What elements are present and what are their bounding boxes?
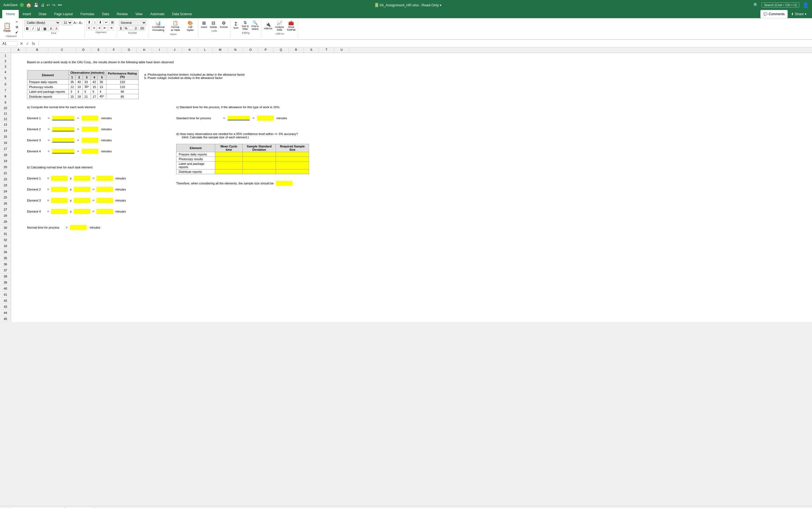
b-element-4-val1[interactable]: [51, 209, 68, 214]
b-element-2-val2[interactable]: [74, 187, 90, 192]
sort-filter-button[interactable]: ⇅ Sort &Filter: [241, 20, 249, 31]
search-label[interactable]: Search (Cmd + Ctrl + U): [762, 2, 799, 7]
d-row-3-req[interactable]: [276, 162, 309, 170]
tab-review[interactable]: Review: [113, 10, 131, 18]
col-header-n[interactable]: N: [228, 47, 243, 53]
element-1-input-a[interactable]: [52, 116, 74, 120]
align-middle-icon[interactable]: ↕: [92, 20, 97, 25]
merge-icon[interactable]: ⊞: [110, 20, 115, 25]
tab-automate[interactable]: Automate: [147, 10, 168, 18]
element-3-result-a[interactable]: [82, 138, 98, 143]
element-1-result-a[interactable]: [82, 116, 98, 121]
b-element-1-val1[interactable]: [51, 176, 68, 181]
align-left-icon[interactable]: ≡: [86, 26, 91, 30]
share-button[interactable]: ⬆ Share ▾: [788, 10, 810, 18]
col-header-b[interactable]: B: [26, 47, 48, 53]
comments-button[interactable]: 💬 Comments: [760, 10, 788, 18]
b-element-3-val1[interactable]: [51, 198, 68, 203]
element-2-result-a[interactable]: [82, 127, 98, 132]
accept-formula-icon[interactable]: ✓: [25, 41, 30, 46]
b-element-2-val1[interactable]: [51, 187, 68, 192]
normal-time-value[interactable]: [70, 225, 87, 230]
cell-styles-button[interactable]: 🎨 CellStyles: [184, 20, 196, 32]
search-icon[interactable]: 🔍: [754, 3, 758, 7]
col-header-o[interactable]: O: [243, 47, 258, 53]
std-time-input[interactable]: [228, 116, 250, 120]
col-header-k[interactable]: K: [182, 47, 198, 53]
italic-button[interactable]: I: [31, 26, 35, 31]
print-icon[interactable]: 🖨: [41, 3, 44, 7]
font-family-selector[interactable]: Calibri (Body): [24, 20, 60, 26]
col-header-e[interactable]: E: [91, 47, 106, 53]
align-bottom-icon[interactable]: ⬇: [97, 20, 103, 25]
tab-data-science[interactable]: Data Science: [168, 10, 196, 18]
col-header-u[interactable]: U: [334, 47, 350, 53]
paste-button[interactable]: 📋 Paste: [2, 21, 12, 33]
b-element-1-val2[interactable]: [74, 176, 90, 181]
col-header-c[interactable]: C: [48, 47, 76, 53]
col-header-t[interactable]: T: [319, 47, 334, 53]
home-icon[interactable]: 🏠: [26, 2, 32, 8]
b-element-2-result[interactable]: [96, 187, 113, 192]
wrap-text-icon[interactable]: ↵: [104, 20, 109, 25]
bold-button[interactable]: B: [24, 26, 30, 31]
format-as-table-button[interactable]: 📋 Formatas Table: [168, 20, 183, 32]
cancel-formula-icon[interactable]: ✕: [19, 41, 24, 46]
tab-data[interactable]: Data: [98, 10, 113, 18]
tab-home[interactable]: Home: [2, 10, 19, 18]
sheet-tab-time-studies[interactable]: Time studies and Work Labor St.: [9, 507, 65, 508]
tab-insert[interactable]: Insert: [19, 10, 35, 18]
align-right-icon[interactable]: ≡: [97, 26, 102, 30]
col-header-j[interactable]: J: [167, 47, 182, 53]
sheet-tab-work-sampling[interactable]: Work sampling: [66, 507, 94, 508]
d-row-2-std[interactable]: [243, 157, 276, 162]
cell-reference-input[interactable]: [1, 41, 18, 46]
conditional-formatting-button[interactable]: 📊 ConditionalFormatting: [150, 20, 167, 32]
insert-button[interactable]: ⊞ Insert: [200, 20, 208, 29]
align-center-icon[interactable]: ≡: [92, 26, 96, 30]
col-header-p[interactable]: P: [258, 47, 274, 53]
save-icon[interactable]: 💾: [34, 3, 38, 7]
sheet-scroll[interactable]: 1 2 3 4 5 6 7 8 9 10 11 12 13 14 15 16 1…: [0, 53, 812, 506]
dropdown-icon[interactable]: ▾: [440, 3, 441, 7]
element-3-input-a[interactable]: [52, 138, 74, 142]
more-icon[interactable]: •••: [58, 3, 62, 7]
element-4-result-a[interactable]: [82, 149, 98, 154]
number-format-selector[interactable]: General: [119, 20, 147, 26]
col-header-q[interactable]: Q: [274, 47, 289, 53]
format-painter-button[interactable]: 🖌: [13, 30, 21, 34]
addins-button[interactable]: 🔌 Add-ins: [263, 20, 273, 32]
col-header-i[interactable]: I: [152, 47, 167, 53]
col-header-l[interactable]: L: [198, 47, 213, 53]
std-time-result[interactable]: [257, 116, 274, 121]
increase-indent-icon[interactable]: ⇥: [108, 26, 114, 30]
decrease-font-icon[interactable]: A↓: [79, 21, 83, 25]
d-row-4-mean[interactable]: [215, 170, 243, 174]
formula-input[interactable]: [40, 42, 811, 46]
cut-button[interactable]: ✂: [13, 20, 21, 24]
currency-icon[interactable]: $: [119, 26, 123, 31]
b-element-1-result[interactable]: [96, 176, 113, 181]
redo-icon[interactable]: ↪: [52, 3, 55, 7]
autosave-toggle[interactable]: [20, 3, 24, 7]
d-row-2-req[interactable]: [276, 157, 309, 162]
increase-decimal-icon[interactable]: .00: [138, 26, 145, 31]
d-row-1-mean[interactable]: [215, 152, 243, 157]
d-row-2-mean[interactable]: [215, 157, 243, 162]
percent-icon[interactable]: %: [123, 26, 129, 31]
tab-formulas[interactable]: Formulas: [77, 10, 98, 18]
comma-icon[interactable]: ,: [129, 26, 132, 31]
analyze-data-button[interactable]: 📈 AnalyzeData: [274, 20, 285, 32]
increase-font-icon[interactable]: A↑: [74, 21, 78, 25]
b-element-3-val2[interactable]: [74, 198, 90, 203]
tab-view[interactable]: View: [131, 10, 147, 18]
conclusion-value[interactable]: [276, 181, 292, 186]
profile-icon[interactable]: 👤: [803, 2, 809, 8]
col-header-m[interactable]: M: [213, 47, 228, 53]
b-element-4-result[interactable]: [96, 209, 113, 214]
add-sheet-button[interactable]: +: [94, 507, 101, 508]
d-row-1-req[interactable]: [276, 152, 309, 157]
copy-button[interactable]: ⧉: [13, 25, 21, 30]
font-color-icon[interactable]: A: [54, 26, 59, 31]
col-header-h[interactable]: H: [137, 47, 152, 53]
